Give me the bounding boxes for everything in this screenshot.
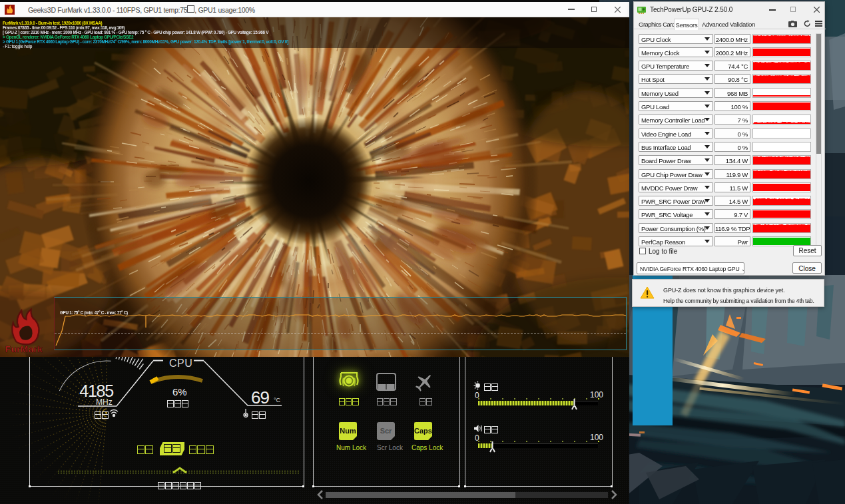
svg-text:FurMark: FurMark xyxy=(5,344,43,354)
